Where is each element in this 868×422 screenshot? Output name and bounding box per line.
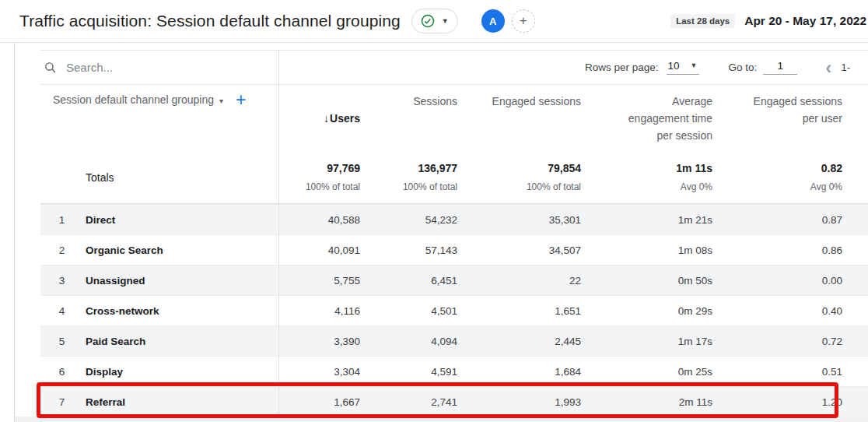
pagination-prev-button[interactable]: ‹ bbox=[825, 58, 831, 77]
channel-name: Organic Search bbox=[83, 244, 278, 256]
totals-users-sub: 100% of total bbox=[306, 181, 360, 192]
totals-row: Totals 97,769100% of total 136,977100% o… bbox=[40, 151, 868, 204]
cell-avg-engagement-time: 0m 29s bbox=[581, 305, 712, 317]
go-to-label: Go to: bbox=[729, 62, 758, 73]
totals-label: Totals bbox=[83, 171, 278, 184]
totals-engaged-sessions: 79,854 bbox=[548, 162, 581, 174]
cell-engaged-sessions: 1,651 bbox=[457, 305, 581, 317]
chevron-left-icon: ‹ bbox=[825, 57, 831, 78]
rows-per-page-label: Rows per page: bbox=[585, 62, 659, 73]
cell-users: 40,091 bbox=[278, 244, 360, 256]
table-row: 6 Display 3,304 4,591 1,684 0m 25s 0.51 bbox=[40, 356, 868, 386]
table-row: 4 Cross-network 4,116 4,501 1,651 0m 29s… bbox=[40, 295, 868, 325]
cell-engaged-per-user: 0.00 bbox=[712, 275, 842, 287]
date-preset-badge[interactable]: Last 28 days bbox=[670, 14, 735, 28]
page-title: Traffic acquisition: Session default cha… bbox=[19, 12, 401, 30]
report-header: Traffic acquisition: Session default cha… bbox=[0, 0, 868, 43]
cell-sessions: 4,501 bbox=[360, 305, 457, 317]
search-input[interactable] bbox=[66, 61, 237, 74]
cell-engaged-per-user: 0.40 bbox=[712, 305, 842, 317]
totals-sessions: 136,977 bbox=[418, 162, 457, 174]
go-to-input[interactable] bbox=[763, 60, 797, 75]
search-icon bbox=[44, 61, 57, 74]
avatar[interactable]: A bbox=[481, 9, 505, 33]
sort-descending-icon: ↓ bbox=[324, 112, 329, 125]
channel-name: Referral bbox=[83, 396, 278, 408]
channel-name: Direct bbox=[83, 214, 278, 226]
totals-engaged-per-user: 0.82 bbox=[821, 162, 842, 174]
search-box[interactable] bbox=[40, 61, 278, 74]
dimension-header-label: Session default channel grouping bbox=[53, 93, 214, 106]
cell-users: 1,667 bbox=[278, 396, 360, 408]
cell-sessions: 2,741 bbox=[360, 396, 457, 408]
add-dimension-button[interactable]: + bbox=[236, 93, 246, 107]
channel-name: Unassigned bbox=[83, 275, 278, 287]
column-header-users[interactable]: ↓Users bbox=[278, 85, 360, 151]
pagination-controls: Rows per page: 10 ▼ Go to: ‹ 1- bbox=[585, 51, 850, 84]
channel-name: Display bbox=[83, 366, 278, 378]
cell-engaged-per-user: 0.87 bbox=[712, 214, 842, 226]
report-status-button[interactable]: ▼ bbox=[411, 9, 458, 33]
table-row: 3 Unassigned 5,755 6,451 22 0m 50s 0.00 bbox=[40, 265, 868, 295]
row-index: 2 bbox=[40, 244, 83, 256]
cell-avg-engagement-time: 1m 17s bbox=[581, 336, 712, 347]
totals-avg-sub: Avg 0% bbox=[681, 181, 712, 192]
column-header-avg-engagement-time[interactable]: Average engagement time per session bbox=[581, 85, 712, 151]
date-range-selector[interactable]: Last 28 days Apr 20 - May 17, 2022 bbox=[670, 14, 868, 28]
plus-icon: + bbox=[520, 13, 527, 29]
dimension-header-dropdown[interactable]: Session default channel grouping ▾ + bbox=[40, 85, 278, 151]
totals-avg-engagement-time: 1m 11s bbox=[676, 162, 712, 174]
totals-users: 97,769 bbox=[327, 162, 360, 174]
totals-engaged-sub: 100% of total bbox=[527, 181, 581, 192]
row-index: 6 bbox=[40, 366, 83, 378]
cell-sessions: 6,451 bbox=[360, 275, 457, 287]
cell-sessions: 57,143 bbox=[360, 244, 457, 256]
cell-users: 4,116 bbox=[278, 305, 360, 317]
totals-sessions-sub: 100% of total bbox=[403, 181, 457, 192]
dropdown-icon: ▼ bbox=[442, 18, 449, 25]
table-row: 5 Paid Search 3,390 4,094 2,445 1m 17s 0… bbox=[40, 325, 868, 356]
row-index: 3 bbox=[40, 275, 83, 287]
table-row: 1 Direct 40,588 54,232 35,301 1m 21s 0.8… bbox=[40, 204, 868, 234]
cell-engaged-sessions: 1,684 bbox=[457, 366, 581, 378]
caret-down-icon: ▾ bbox=[219, 97, 223, 105]
channel-name: Paid Search bbox=[83, 336, 278, 347]
table-row: 2 Organic Search 40,091 57,143 34,507 1m… bbox=[40, 234, 868, 265]
check-circle-icon bbox=[421, 14, 435, 28]
cell-engaged-per-user: 1.20 bbox=[712, 396, 842, 408]
cell-avg-engagement-time: 1m 21s bbox=[581, 214, 712, 226]
channel-name: Cross-network bbox=[83, 305, 278, 317]
date-range-text[interactable]: Apr 20 - May 17, 2022 bbox=[744, 14, 866, 28]
cell-engaged-per-user: 0.72 bbox=[712, 336, 842, 347]
rows-per-page-value: 10 bbox=[668, 60, 680, 72]
cell-engaged-sessions: 34,507 bbox=[457, 244, 581, 256]
cell-engaged-sessions: 35,301 bbox=[457, 214, 581, 226]
row-index: 1 bbox=[40, 214, 83, 226]
column-header-engaged-sessions-per-user[interactable]: Engaged sessions per user bbox=[712, 85, 842, 151]
rows-per-page-select[interactable]: 10 ▼ bbox=[667, 60, 699, 75]
dimension-column-divider bbox=[278, 50, 279, 417]
row-index: 5 bbox=[40, 336, 83, 347]
add-user-button[interactable]: + bbox=[512, 9, 535, 33]
row-index: 7 bbox=[40, 396, 83, 408]
cell-avg-engagement-time: 1m 08s bbox=[581, 244, 712, 256]
cell-sessions: 4,591 bbox=[360, 366, 457, 378]
page-info: 1- bbox=[841, 62, 850, 73]
cell-sessions: 54,232 bbox=[360, 214, 457, 226]
cell-avg-engagement-time: 0m 50s bbox=[581, 275, 712, 287]
dropdown-icon: ▼ bbox=[691, 62, 698, 69]
column-header-engaged-sessions[interactable]: Engaged sessions bbox=[457, 85, 581, 151]
bottom-strip bbox=[15, 417, 868, 422]
column-header-sessions[interactable]: Sessions bbox=[360, 85, 457, 151]
table-toolbar: Rows per page: 10 ▼ Go to: ‹ 1- bbox=[40, 50, 868, 85]
table-row-highlighted: 7 Referral 1,667 2,741 1,993 2m 11s 1.20 bbox=[40, 386, 868, 417]
cell-engaged-sessions: 1,993 bbox=[457, 396, 581, 408]
cell-engaged-sessions: 2,445 bbox=[457, 336, 581, 347]
plus-icon: + bbox=[236, 90, 246, 110]
cell-users: 3,390 bbox=[278, 336, 360, 347]
cell-users: 40,588 bbox=[278, 214, 360, 226]
cell-engaged-sessions: 22 bbox=[457, 275, 581, 287]
row-index: 4 bbox=[40, 305, 83, 317]
cell-avg-engagement-time: 0m 25s bbox=[581, 366, 712, 378]
cell-avg-engagement-time: 2m 11s bbox=[581, 396, 712, 408]
